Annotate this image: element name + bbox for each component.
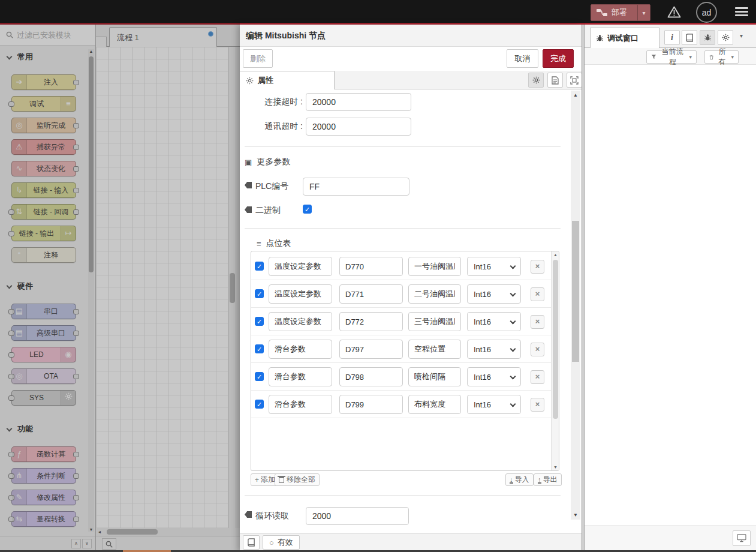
hamburger-menu-icon[interactable]	[735, 7, 748, 16]
node-output-port[interactable]	[73, 166, 79, 172]
expand-all-button[interactable]: ∨	[82, 539, 92, 548]
palette-node[interactable]: ↳链接 - 输入	[11, 182, 76, 198]
node-output-port[interactable]	[73, 331, 79, 336]
point-name-input[interactable]	[408, 257, 461, 276]
palette-node[interactable]: SYS	[11, 390, 76, 406]
point-enabled-checkbox[interactable]: ✓	[255, 344, 264, 353]
debug-clear-button[interactable]: 所有 ▾	[704, 50, 739, 64]
deploy-caret-icon[interactable]: ▾	[638, 10, 650, 16]
warning-icon[interactable]	[667, 6, 681, 20]
scroll-left-icon[interactable]: ◂	[98, 529, 101, 535]
scroll-up-icon[interactable]: ▲	[552, 253, 559, 257]
palette-node[interactable]: ∿状态变化	[11, 161, 76, 176]
deploy-button[interactable]: 部署 ▾	[591, 4, 650, 21]
points-scrollbar[interactable]: ▲ ▼	[551, 251, 559, 470]
point-enabled-checkbox[interactable]: ✓	[255, 372, 264, 381]
tab-debug[interactable]: 调试窗口	[590, 28, 659, 48]
point-group-input[interactable]	[269, 367, 332, 386]
sidebar-menu-caret-icon[interactable]: ▾	[740, 32, 743, 39]
palette-scrollbar[interactable]: ▲ ▼	[88, 49, 94, 532]
cycle-read-input[interactable]	[306, 507, 409, 525]
node-output-port[interactable]	[73, 209, 79, 215]
palette-node[interactable]: ◎监听完成	[11, 118, 76, 133]
point-remove-button[interactable]: ×	[531, 343, 544, 356]
point-group-input[interactable]	[269, 284, 332, 304]
palette-node[interactable]: ➔注入	[11, 74, 76, 90]
plc-id-input[interactable]	[303, 178, 409, 196]
palette-node[interactable]: ◎OTA	[11, 368, 76, 384]
flow-grid[interactable]	[96, 47, 229, 528]
properties-view-button[interactable]	[528, 73, 544, 88]
palette-node[interactable]: ✎修改属性	[11, 490, 76, 505]
scroll-down-icon[interactable]: ▼	[571, 512, 580, 518]
scroll-down-icon[interactable]: ▼	[552, 465, 559, 469]
palette-section-header[interactable]: 功能	[0, 421, 88, 437]
palette-node[interactable]: ◉LED	[11, 347, 76, 362]
point-enabled-checkbox[interactable]: ✓	[255, 317, 264, 326]
scroll-up-icon[interactable]: ▲	[571, 92, 580, 98]
node-output-port[interactable]	[73, 452, 79, 457]
palette-node[interactable]: ▤串口	[11, 304, 76, 319]
point-address-input[interactable]	[339, 367, 403, 386]
palette-node[interactable]: ⇆量程转换	[11, 511, 76, 527]
open-debug-window-button[interactable]	[733, 530, 751, 546]
delete-node-button[interactable]: 删除	[243, 49, 273, 68]
import-points-button[interactable]: ↓导入	[505, 473, 534, 486]
point-remove-button[interactable]: ×	[531, 287, 544, 301]
remove-all-points-button[interactable]: 移除全部	[275, 473, 320, 486]
point-name-input[interactable]	[408, 340, 461, 359]
palette-node[interactable]: ⋔条件判断	[11, 468, 76, 484]
point-enabled-checkbox[interactable]: ✓	[255, 262, 264, 271]
debug-messages-panel[interactable]	[585, 65, 756, 526]
canvas-hscroll-thumb[interactable]	[107, 529, 158, 535]
point-group-input[interactable]	[269, 395, 332, 414]
help-tab-button[interactable]	[682, 30, 697, 45]
node-help-button[interactable]	[243, 535, 260, 550]
point-address-input[interactable]	[339, 257, 403, 276]
point-name-input[interactable]	[408, 284, 461, 304]
connect-timeout-input[interactable]	[306, 93, 411, 111]
node-output-port[interactable]	[73, 495, 79, 500]
appearance-view-button[interactable]	[567, 73, 582, 88]
palette-section-header[interactable]: 硬件	[0, 278, 88, 294]
settings-tab-button[interactable]	[718, 30, 733, 45]
point-type-select[interactable]: Int16	[467, 340, 521, 359]
point-type-select[interactable]: Int16	[467, 395, 521, 414]
node-output-port[interactable]	[73, 374, 79, 379]
point-address-input[interactable]	[339, 340, 403, 359]
user-avatar[interactable]: ad	[696, 2, 717, 23]
palette-node[interactable]: ▤高级串口	[11, 325, 76, 341]
done-button[interactable]: 完成	[543, 49, 574, 68]
point-group-input[interactable]	[269, 312, 332, 331]
point-enabled-checkbox[interactable]: ✓	[255, 400, 264, 409]
point-group-input[interactable]	[269, 340, 332, 359]
point-name-input[interactable]	[408, 367, 461, 386]
node-output-port[interactable]	[73, 80, 79, 85]
point-address-input[interactable]	[339, 395, 403, 414]
node-output-port[interactable]	[73, 145, 79, 150]
tray-scrollbar[interactable]: ▲ ▼	[571, 91, 580, 520]
node-output-port[interactable]	[73, 309, 79, 314]
canvas-vscroll-thumb[interactable]	[230, 273, 235, 303]
palette-node[interactable]: ƒ函数计算	[11, 446, 76, 462]
palette-node[interactable]: ≡调试	[11, 96, 76, 112]
point-remove-button[interactable]: ×	[531, 398, 544, 412]
node-output-port[interactable]	[73, 473, 79, 479]
debug-filter-button[interactable]: 当前流程 ▾	[646, 50, 697, 64]
point-enabled-checkbox[interactable]: ✓	[255, 289, 264, 298]
collapse-all-button[interactable]: ∧	[71, 539, 81, 548]
palette-node[interactable]: ↦链接 - 输出	[11, 226, 76, 241]
point-address-input[interactable]	[339, 312, 403, 331]
point-address-input[interactable]	[339, 284, 403, 304]
node-output-port[interactable]	[73, 123, 79, 128]
node-enabled-toggle[interactable]: ○ 有效	[263, 535, 300, 550]
scroll-up-icon[interactable]: ▲	[88, 49, 94, 53]
palette-search[interactable]	[0, 25, 96, 46]
description-view-button[interactable]	[547, 73, 563, 88]
palette-node[interactable]: ⇅链接 - 回调	[11, 204, 76, 220]
comm-timeout-input[interactable]	[306, 118, 411, 136]
points-scrollbar-thumb[interactable]	[553, 260, 558, 419]
point-name-input[interactable]	[408, 312, 461, 331]
node-output-port[interactable]	[73, 517, 79, 522]
node-output-port[interactable]	[73, 188, 79, 193]
